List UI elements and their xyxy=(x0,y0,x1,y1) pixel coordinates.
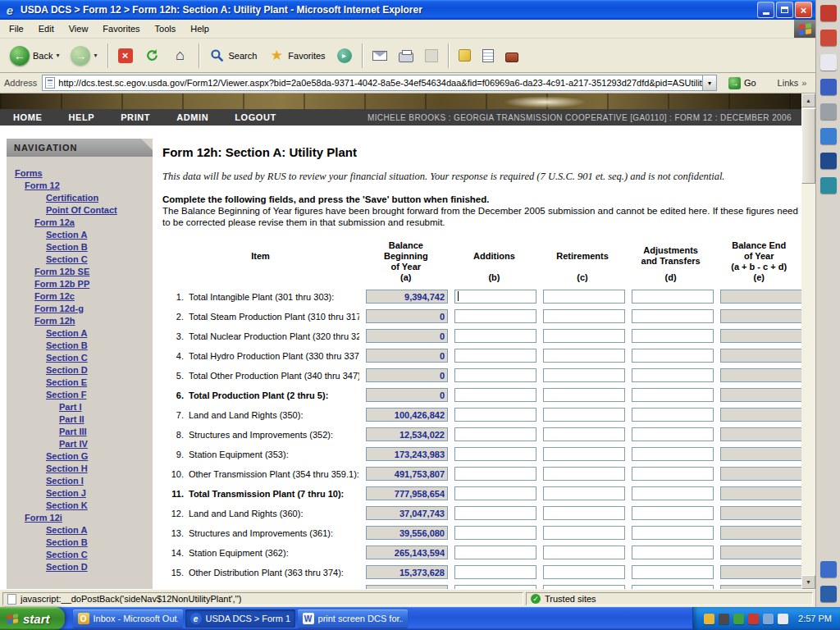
input-col-d-row-6[interactable] xyxy=(632,388,714,402)
input-col-c-row-6[interactable] xyxy=(543,388,625,402)
menu-view[interactable]: View xyxy=(62,21,96,37)
back-dropdown-icon[interactable]: ▾ xyxy=(56,52,59,59)
sidebar-link-forms-1[interactable]: Forms xyxy=(15,167,149,180)
input-col-b-row-1[interactable] xyxy=(454,290,536,304)
input-col-c-row-1[interactable] xyxy=(543,290,625,304)
dock-shortcut-folder-icon[interactable] xyxy=(820,103,837,120)
media-button[interactable]: ▸ xyxy=(332,41,357,71)
site-nav-admin[interactable]: ADMIN xyxy=(163,112,221,122)
dock-shortcut-help-icon[interactable] xyxy=(820,561,837,578)
input-col-b-row-10[interactable] xyxy=(454,467,536,481)
input-col-b-row-7[interactable] xyxy=(454,408,536,422)
input-col-c-row-12[interactable] xyxy=(543,506,625,520)
input-col-d-row-11[interactable] xyxy=(632,486,714,500)
site-nav-logout[interactable]: LOGOUT xyxy=(221,112,290,122)
site-nav-home[interactable]: HOME xyxy=(0,112,55,122)
input-col-c-row-2[interactable] xyxy=(543,309,625,323)
dock-shortcut-media-icon[interactable] xyxy=(820,586,837,602)
input-col-d-row-4[interactable] xyxy=(632,349,714,363)
input-col-d-row-5[interactable] xyxy=(632,368,714,382)
alert-icon[interactable] xyxy=(748,614,759,624)
input-col-b-row-14[interactable] xyxy=(454,546,536,559)
taskmgr-icon[interactable] xyxy=(719,614,729,624)
edit-button[interactable] xyxy=(420,41,443,71)
sidebar-link-part-i-20[interactable]: Part I xyxy=(15,401,149,413)
site-nav-help[interactable]: HELP xyxy=(55,112,107,122)
input-col-d-row-15[interactable] xyxy=(632,565,714,579)
volume-icon[interactable] xyxy=(778,614,788,624)
input-col-c-row-10[interactable] xyxy=(543,467,625,481)
input-col-d-row-12[interactable] xyxy=(632,506,714,520)
sidebar-link-part-iv-23[interactable]: Part IV xyxy=(15,438,149,450)
input-col-b-row-15[interactable] xyxy=(454,565,536,579)
go-button[interactable]: → Go xyxy=(722,75,763,92)
input-col-c-row-11[interactable] xyxy=(543,486,625,500)
messenger-icon[interactable] xyxy=(704,614,714,624)
menu-file[interactable]: File xyxy=(2,21,31,37)
sidebar-link-part-iii-22[interactable]: Part III xyxy=(15,426,149,438)
input-col-d-row-8[interactable] xyxy=(632,427,714,441)
input-col-c-row-5[interactable] xyxy=(543,368,625,382)
sidebar-link-certification-3[interactable]: Certification xyxy=(15,192,149,204)
stop-button[interactable]: × xyxy=(113,41,138,71)
messenger-button[interactable] xyxy=(454,41,476,71)
sidebar-link-point-of-contact-4[interactable]: Point Of Contact xyxy=(15,204,149,217)
taskbar-task-2[interactable]: USDA DCS > Form 12... xyxy=(185,609,295,628)
input-col-b-row-6[interactable] xyxy=(454,388,536,402)
scrollbar-thumb[interactable] xyxy=(801,108,815,184)
dock-shortcut-doc-icon[interactable] xyxy=(820,54,837,71)
address-dropdown-button[interactable]: ▾ xyxy=(702,75,716,90)
dock-close-icon[interactable] xyxy=(820,5,837,21)
sidebar-link-form-12a-5[interactable]: Form 12a xyxy=(15,217,149,229)
sidebar-link-section-a-14[interactable]: Section A xyxy=(15,327,149,340)
input-col-b-row-8[interactable] xyxy=(454,427,536,441)
sidebar-link-section-g-24[interactable]: Section G xyxy=(15,450,149,463)
sidebar-link-section-a-6[interactable]: Section A xyxy=(15,229,149,241)
taskbar-task-3[interactable]: print screen DCS for... xyxy=(298,609,408,628)
input-col-d-row-10[interactable] xyxy=(632,467,714,481)
shield-check-icon[interactable] xyxy=(733,614,744,624)
forward-dropdown-icon[interactable]: ▾ xyxy=(94,52,97,59)
sidebar-link-section-d-33[interactable]: Section D xyxy=(15,561,149,573)
scroll-down-button[interactable]: ▼ xyxy=(801,575,815,589)
sidebar-link-section-i-26[interactable]: Section I xyxy=(15,475,149,487)
tools-button[interactable] xyxy=(500,41,523,71)
sidebar-link-section-e-18[interactable]: Section E xyxy=(15,377,149,389)
restore-button[interactable] xyxy=(776,2,793,18)
sidebar-link-section-b-15[interactable]: Section B xyxy=(15,340,149,352)
forward-button[interactable]: → ▾ xyxy=(66,41,102,71)
input-col-b-row-12[interactable] xyxy=(454,506,536,520)
title-bar[interactable]: e USDA DCS > Form 12 > Form 12h: Section… xyxy=(0,0,815,20)
taskbar-task-1[interactable]: Inbox - Microsoft Out... xyxy=(73,609,183,628)
scroll-up-button[interactable]: ▲ xyxy=(801,94,815,107)
sidebar-link-section-h-25[interactable]: Section H xyxy=(15,463,149,475)
sidebar-link-section-a-30[interactable]: Section A xyxy=(15,524,149,536)
sidebar-link-form-12c-11[interactable]: Form 12c xyxy=(15,290,149,303)
favorites-button[interactable]: ★ Favorites xyxy=(263,41,330,71)
sidebar-link-section-c-8[interactable]: Section C xyxy=(15,253,149,266)
sidebar-link-section-c-32[interactable]: Section C xyxy=(15,549,149,561)
network-icon[interactable] xyxy=(763,614,774,624)
vertical-scrollbar[interactable]: ▲ ▼ xyxy=(801,94,815,589)
mail-button[interactable] xyxy=(368,41,392,71)
dock-shortcut-mail-icon[interactable] xyxy=(820,30,837,46)
print-button[interactable] xyxy=(394,41,418,71)
input-col-c-row-8[interactable] xyxy=(543,427,625,441)
sidebar-link-section-b-31[interactable]: Section B xyxy=(15,536,149,549)
input-col-c-row-14[interactable] xyxy=(543,546,625,559)
sidebar-link-form-12b-pp-10[interactable]: Form 12b PP xyxy=(15,278,149,290)
back-button[interactable]: ← Back ▾ xyxy=(5,41,64,71)
sidebar-link-form-12i-29[interactable]: Form 12i xyxy=(15,512,149,524)
dock-shortcut-ie-icon[interactable] xyxy=(820,128,837,144)
sidebar-link-section-f-19[interactable]: Section F xyxy=(15,389,149,401)
sidebar-link-section-d-17[interactable]: Section D xyxy=(15,364,149,377)
input-col-d-row-1[interactable] xyxy=(632,290,714,304)
input-col-b-row-2[interactable] xyxy=(454,309,536,323)
sidebar-link-section-j-27[interactable]: Section J xyxy=(15,487,149,500)
refresh-button[interactable] xyxy=(139,41,166,71)
input-col-d-row-2[interactable] xyxy=(632,309,714,323)
menu-favorites[interactable]: Favorites xyxy=(95,21,147,37)
address-input[interactable]: http://dcs.test.sc.egov.usda.gov/Form12/… xyxy=(42,75,717,91)
input-col-d-row-9[interactable] xyxy=(632,447,714,461)
input-col-b-row-3[interactable] xyxy=(454,329,536,343)
